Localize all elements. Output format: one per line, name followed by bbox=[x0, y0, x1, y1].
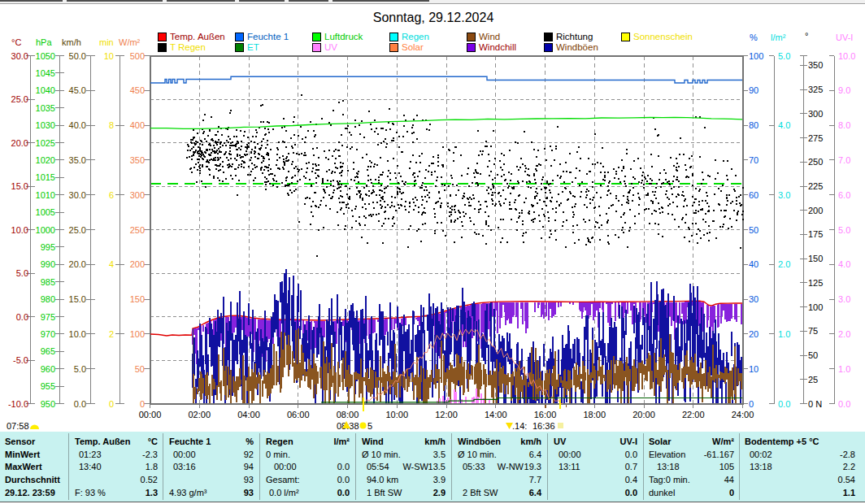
svg-text:30.0: 30.0 bbox=[11, 51, 28, 61]
svg-text:00:02: 00:02 bbox=[750, 450, 772, 459]
svg-text:3.0: 3.0 bbox=[778, 190, 790, 200]
svg-text:Wind: Wind bbox=[362, 437, 384, 446]
svg-text:W/m²: W/m² bbox=[712, 437, 734, 446]
svg-text:Sensor: Sensor bbox=[5, 437, 36, 446]
svg-text:450: 450 bbox=[130, 85, 145, 95]
svg-text:1.0: 1.0 bbox=[838, 364, 850, 374]
svg-text:400: 400 bbox=[130, 120, 145, 130]
svg-text:995: 995 bbox=[41, 242, 55, 252]
svg-text:03:16: 03:16 bbox=[173, 462, 196, 471]
svg-text:0: 0 bbox=[729, 488, 734, 497]
svg-text:0.7: 0.7 bbox=[625, 462, 637, 471]
svg-text:4.0: 4.0 bbox=[838, 259, 850, 269]
svg-text:13:18: 13:18 bbox=[750, 462, 772, 471]
svg-text:6: 6 bbox=[109, 190, 114, 200]
svg-text:15.0: 15.0 bbox=[11, 181, 28, 191]
svg-text:0.0: 0.0 bbox=[838, 399, 850, 409]
svg-text:2: 2 bbox=[109, 329, 114, 339]
svg-text:100: 100 bbox=[808, 302, 823, 312]
svg-text:970: 970 bbox=[41, 329, 55, 339]
svg-text:50.0: 50.0 bbox=[69, 51, 86, 61]
svg-text:0.0: 0.0 bbox=[74, 399, 86, 409]
svg-text:Richtung: Richtung bbox=[556, 32, 593, 41]
svg-text:5.0: 5.0 bbox=[838, 225, 850, 235]
svg-text:0.0: 0.0 bbox=[625, 488, 637, 497]
svg-text:30: 30 bbox=[749, 294, 759, 304]
svg-text:0.0: 0.0 bbox=[337, 475, 350, 484]
svg-text:4: 4 bbox=[109, 259, 114, 269]
svg-text:W/m²: W/m² bbox=[119, 37, 141, 47]
svg-text:ET: ET bbox=[247, 42, 259, 52]
svg-text:Temp. Außen: Temp. Außen bbox=[75, 437, 131, 446]
svg-text:Ø 10 min.: Ø 10 min. bbox=[362, 450, 401, 459]
svg-text:950: 950 bbox=[41, 399, 55, 409]
svg-text:75: 75 bbox=[808, 326, 818, 336]
svg-text:100: 100 bbox=[749, 51, 763, 61]
svg-text:-2.8: -2.8 bbox=[840, 450, 855, 459]
svg-text:Ø 10 min.: Ø 10 min. bbox=[458, 450, 497, 459]
svg-text:94.0 km: 94.0 km bbox=[367, 475, 398, 484]
svg-text:1.8: 1.8 bbox=[146, 462, 158, 471]
svg-text:80: 80 bbox=[749, 120, 759, 130]
svg-text:1.0: 1.0 bbox=[778, 329, 790, 339]
svg-text:0 N: 0 N bbox=[808, 399, 822, 409]
svg-text:Sonntag, 29.12.2024: Sonntag, 29.12.2024 bbox=[373, 11, 494, 24]
svg-text:25: 25 bbox=[808, 375, 818, 385]
svg-text:Windchill: Windchill bbox=[479, 42, 516, 52]
svg-text:hPa: hPa bbox=[36, 37, 52, 47]
svg-text:0.4: 0.4 bbox=[625, 475, 637, 484]
svg-text:70: 70 bbox=[749, 155, 759, 165]
svg-text:min: min bbox=[99, 37, 114, 47]
svg-text:°C: °C bbox=[148, 437, 158, 446]
svg-text:1.1: 1.1 bbox=[843, 488, 855, 497]
svg-text:6.4: 6.4 bbox=[529, 450, 541, 459]
svg-text:980: 980 bbox=[41, 294, 55, 304]
svg-text:00:00: 00:00 bbox=[139, 410, 162, 419]
svg-text:40.0: 40.0 bbox=[69, 120, 86, 130]
svg-text:l/m²: l/m² bbox=[333, 437, 350, 446]
svg-text:Gesamt:: Gesamt: bbox=[266, 475, 300, 484]
svg-text:90: 90 bbox=[749, 85, 759, 95]
svg-text:Regen: Regen bbox=[402, 32, 429, 41]
svg-text:29.12. 23:59: 29.12. 23:59 bbox=[5, 488, 55, 497]
svg-text:18:00: 18:00 bbox=[583, 410, 606, 419]
svg-text:50: 50 bbox=[808, 350, 818, 360]
svg-text:05:54: 05:54 bbox=[367, 462, 389, 471]
svg-text:Temp. Außen: Temp. Außen bbox=[170, 32, 225, 41]
svg-text:.14:: .14: bbox=[512, 421, 527, 431]
svg-text:Windböen: Windböen bbox=[458, 437, 501, 446]
svg-text:12:00: 12:00 bbox=[435, 410, 458, 419]
svg-text:Luftdruck: Luftdruck bbox=[324, 32, 363, 41]
svg-text:19.3: 19.3 bbox=[524, 462, 541, 471]
svg-text:10:00: 10:00 bbox=[385, 410, 408, 419]
svg-text:1020: 1020 bbox=[36, 155, 55, 165]
svg-text:5.0: 5.0 bbox=[74, 364, 86, 374]
svg-text:UV-I: UV-I bbox=[836, 33, 853, 42]
svg-text:3.5: 3.5 bbox=[433, 450, 446, 459]
svg-text:93: 93 bbox=[244, 488, 254, 497]
svg-text:MaxWert: MaxWert bbox=[5, 462, 42, 471]
svg-text:0.0 l/m²: 0.0 l/m² bbox=[269, 488, 299, 497]
svg-text:Sonnenschein: Sonnenschein bbox=[633, 32, 693, 41]
svg-text:%: % bbox=[750, 33, 758, 42]
svg-text:14:00: 14:00 bbox=[485, 410, 507, 419]
svg-text:5.0: 5.0 bbox=[16, 268, 28, 278]
svg-text:-2.3: -2.3 bbox=[142, 450, 158, 459]
svg-text:250: 250 bbox=[130, 225, 145, 235]
svg-text:1045: 1045 bbox=[36, 68, 55, 78]
svg-text:0.0: 0.0 bbox=[337, 488, 350, 497]
svg-text:2.9: 2.9 bbox=[433, 488, 446, 497]
svg-text:13:40: 13:40 bbox=[79, 462, 102, 471]
svg-text:1000: 1000 bbox=[36, 225, 55, 235]
svg-text:25.0: 25.0 bbox=[11, 94, 28, 104]
svg-text:13:18: 13:18 bbox=[657, 462, 680, 471]
svg-text:4.93 g/m³: 4.93 g/m³ bbox=[169, 488, 207, 497]
svg-text:MinWert: MinWert bbox=[5, 450, 41, 459]
svg-text:1025: 1025 bbox=[36, 138, 55, 148]
svg-text:3.9: 3.9 bbox=[433, 475, 446, 484]
svg-text:200: 200 bbox=[130, 259, 145, 269]
svg-text:0.54: 0.54 bbox=[838, 475, 855, 484]
svg-text:1035: 1035 bbox=[36, 103, 55, 113]
svg-text:94: 94 bbox=[244, 462, 254, 471]
svg-text:01:23: 01:23 bbox=[79, 450, 102, 459]
